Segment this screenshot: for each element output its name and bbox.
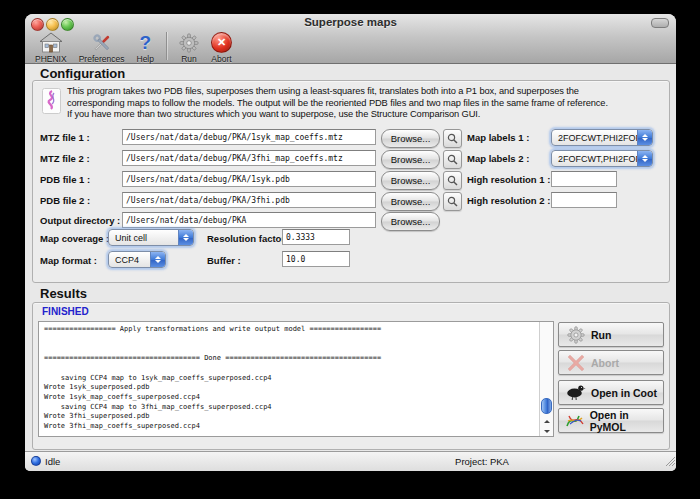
status-indicator-icon <box>31 456 41 466</box>
mtz-file-2-label: MTZ file 2 : <box>40 153 90 164</box>
magnifier-icon <box>447 175 458 186</box>
pdb-file-1-input[interactable] <box>122 171 376 187</box>
abort-icon: ✕ <box>211 32 232 53</box>
abort-x-icon <box>565 354 587 372</box>
resolution-factor-input[interactable] <box>282 229 350 245</box>
phenix-home-button[interactable]: PHENIX <box>29 31 73 64</box>
help-button[interactable]: ? Help <box>131 31 160 64</box>
output-directory-label: Output directory : <box>40 215 120 226</box>
status-badge: FINISHED <box>42 306 89 317</box>
preferences-label: Preferences <box>79 54 125 64</box>
tools-icon <box>91 32 113 53</box>
ribbon-structure-icon <box>42 88 61 118</box>
magnifier-icon <box>447 196 458 207</box>
buffer-input[interactable] <box>282 251 350 267</box>
map-labels-2-dropdown[interactable]: 2FOFCWT,PHI2FOF... <box>551 150 653 167</box>
run-button[interactable]: Run <box>558 322 664 347</box>
map-labels-1-dropdown[interactable]: 2FOFCWT,PHI2FOF... <box>551 129 653 146</box>
pdb-file-2-inspect-button[interactable] <box>443 192 462 211</box>
resolution-factor-label: Resolution factor : <box>207 233 291 244</box>
titlebar[interactable]: Superpose maps <box>25 14 676 31</box>
abort-button: Abort <box>558 350 664 375</box>
run-label: Run <box>181 54 197 64</box>
buffer-label: Buffer : <box>207 255 241 266</box>
app-window: Superpose maps PHENIX <box>25 14 676 471</box>
open-in-pymol-button[interactable]: Open in PyMOL <box>558 408 664 433</box>
pymol-ribbon-icon <box>565 412 586 430</box>
console-output[interactable]: ================= Apply transformations … <box>38 321 554 437</box>
help-icon: ? <box>139 32 151 53</box>
abort-label: Abort <box>211 54 231 64</box>
mtz-file-2-browse-button[interactable]: Browse... <box>381 150 440 169</box>
console-scrollbar[interactable] <box>539 322 553 436</box>
high-resolution-1-input[interactable] <box>551 171 617 187</box>
high-resolution-1-label: High resolution 1 : <box>467 174 550 185</box>
scrollbar-thumb[interactable] <box>541 398 552 414</box>
open-in-pymol-label: Open in PyMOL <box>590 409 663 433</box>
configuration-heading: Configuration <box>40 66 125 81</box>
console-text[interactable]: ================= Apply transformations … <box>39 322 540 436</box>
mtz-file-1-label: MTZ file 1 : <box>40 132 90 143</box>
resize-grip[interactable] <box>663 452 675 470</box>
phenix-label: PHENIX <box>35 54 67 64</box>
toolbar-separator <box>166 32 167 60</box>
mtz-file-2-input[interactable] <box>122 150 376 166</box>
results-heading: Results <box>40 286 87 301</box>
status-state: Idle <box>45 456 60 467</box>
high-resolution-2-input[interactable] <box>551 192 617 208</box>
pdb-file-1-label: PDB file 1 : <box>40 174 90 185</box>
status-bar: Idle Project: PKA <box>25 451 676 471</box>
abort-toolbar-button[interactable]: ✕ Abort <box>205 31 238 64</box>
mtz-file-1-browse-button[interactable]: Browse... <box>381 129 440 148</box>
open-in-coot-button[interactable]: Open in Coot <box>558 380 664 405</box>
map-labels-2-label: Map labels 2 : <box>467 153 529 164</box>
scroll-up-button[interactable] <box>540 416 553 426</box>
run-button-label: Run <box>591 329 611 341</box>
pdb-file-2-browse-button[interactable]: Browse... <box>381 192 440 211</box>
program-description: This program takes two PDB files, superp… <box>67 86 659 121</box>
gear-icon <box>179 32 199 53</box>
map-coverage-dropdown[interactable]: Unit cell <box>108 229 194 246</box>
gear-icon <box>565 326 587 344</box>
pdb-file-2-label: PDB file 2 : <box>40 195 90 206</box>
dropdown-stepper-icon <box>637 151 652 166</box>
mtz-file-1-inspect-button[interactable] <box>443 129 462 148</box>
home-icon <box>39 32 63 53</box>
dropdown-stepper-icon <box>178 230 193 245</box>
scroll-down-button[interactable] <box>540 426 553 436</box>
toolbar-toggle-button[interactable] <box>651 18 669 28</box>
project-label: Project: PKA <box>422 456 542 467</box>
map-format-dropdown[interactable]: CCP4 <box>108 251 166 268</box>
abort-button-label: Abort <box>591 357 619 369</box>
mtz-file-2-inspect-button[interactable] <box>443 150 462 169</box>
map-format-label: Map format : <box>40 255 97 266</box>
dropdown-stepper-icon <box>637 130 652 145</box>
preferences-button[interactable]: Preferences <box>73 31 131 64</box>
mtz-file-1-input[interactable] <box>122 129 376 145</box>
dropdown-stepper-icon <box>150 252 165 267</box>
pdb-file-1-inspect-button[interactable] <box>443 171 462 190</box>
coot-bird-icon <box>565 384 587 401</box>
map-labels-1-label: Map labels 1 : <box>467 132 529 143</box>
high-resolution-2-label: High resolution 2 : <box>467 195 550 206</box>
open-in-coot-label: Open in Coot <box>591 387 657 399</box>
magnifier-icon <box>447 154 458 165</box>
help-label: Help <box>137 54 154 64</box>
output-directory-browse-button[interactable]: Browse... <box>381 212 440 231</box>
toolbar: PHENIX Preferences <box>29 31 238 63</box>
output-directory-input[interactable] <box>122 212 376 228</box>
pdb-file-1-browse-button[interactable]: Browse... <box>381 171 440 190</box>
pdb-file-2-input[interactable] <box>122 192 376 208</box>
magnifier-icon <box>447 133 458 144</box>
window-chrome: Superpose maps PHENIX <box>25 14 676 64</box>
map-coverage-label: Map coverage : <box>40 233 109 244</box>
run-toolbar-button[interactable]: Run <box>173 31 205 64</box>
window-title: Superpose maps <box>25 16 676 28</box>
